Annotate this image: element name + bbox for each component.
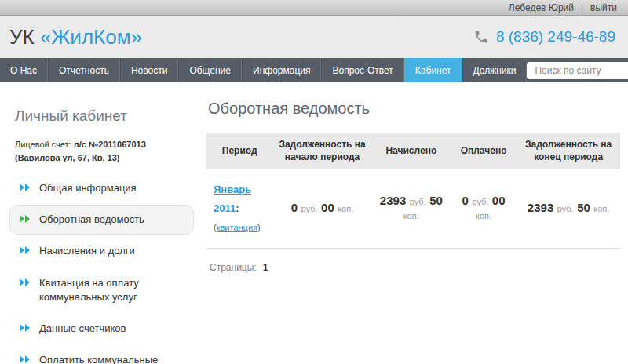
period-suffix: : <box>236 202 239 214</box>
amount-rub: 0 <box>291 201 298 214</box>
sidebar-item-label: Квитанция на оплату коммунальных услуг <box>39 276 184 304</box>
unit-kop: коп. <box>403 211 419 220</box>
double-chevron-icon <box>20 215 31 223</box>
sidebar-item-label: Начисления и долги <box>39 244 135 258</box>
sidebar-menu: Общая информация Оборотная ведомость Нач… <box>9 173 194 364</box>
amount-cell-paid: 0 руб. 00 коп. <box>451 169 517 249</box>
phone-number[interactable]: 8 (836) 249-46-89 <box>496 28 615 46</box>
nav-item-about[interactable]: О Нас <box>0 58 48 82</box>
sidebar-item-charges-debts[interactable]: Начисления и долги <box>9 236 194 266</box>
topbar-separator: | <box>581 2 583 13</box>
table-row: Январь 2011: (квитанция) 0 руб. 00 коп. … <box>206 169 620 249</box>
double-chevron-icon <box>20 184 31 191</box>
pages-label: Страницы: <box>210 262 257 273</box>
pagination: Страницы:1 <box>210 262 620 273</box>
amount-cell-debt-start: 0 руб. 00 коп. <box>272 169 371 249</box>
sidebar: Личный кабинет Лицевой счет: л/с №201106… <box>0 82 200 364</box>
sidebar-item-turnover-sheet[interactable]: Оборотная ведомость <box>9 205 194 235</box>
unit-rub: руб. <box>301 204 318 213</box>
double-chevron-icon <box>20 355 31 363</box>
unit-kop: коп. <box>338 204 353 213</box>
nav-item-news[interactable]: Новости <box>120 58 178 82</box>
amount-kop: 50 <box>429 194 443 207</box>
col-header-debt-end: Задолженность на конец периода <box>517 133 620 169</box>
unit-kop: коп. <box>476 211 491 220</box>
site-search <box>527 62 628 79</box>
unit-rub: руб. <box>472 197 488 206</box>
period-link[interactable]: Январь 2011 <box>214 184 251 214</box>
logout-link[interactable]: выйти <box>590 2 617 13</box>
sidebar-item-meter-data[interactable]: Данные счетчиков <box>9 314 194 344</box>
page: Лебедев Юрий | выйти УК «ЖилКом» 8 (836)… <box>0 0 628 364</box>
unit-rub: руб. <box>557 204 574 213</box>
user-name-link[interactable]: Лебедев Юрий <box>509 2 574 13</box>
logo-prefix: УК <box>9 25 35 49</box>
phone-icon <box>473 29 489 45</box>
col-header-accrued: Начислено <box>372 133 451 169</box>
amount-kop: 00 <box>321 201 334 214</box>
site-logo[interactable]: УК «ЖилКом» <box>9 25 142 49</box>
sidebar-item-label: Данные счетчиков <box>39 322 126 336</box>
period-cell: Январь 2011: (квитанция) <box>206 169 272 249</box>
page-title: Оборотная ведомость <box>208 100 620 118</box>
receipt-link[interactable]: квитанция <box>217 223 257 232</box>
double-chevron-icon <box>20 246 31 254</box>
nav-item-qa[interactable]: Вопрос-Ответ <box>321 58 403 82</box>
amount-rub: 2393 <box>380 194 406 207</box>
receipt-paren-close: ) <box>257 223 261 232</box>
table-header-row: Период Задолженность на начало периода Н… <box>206 133 620 169</box>
sidebar-title: Личный кабинет <box>15 107 194 125</box>
double-chevron-icon <box>20 324 31 332</box>
amount-rub: 2393 <box>528 201 553 214</box>
sidebar-item-label: Общая информация <box>39 181 137 195</box>
turnover-table: Период Задолженность на начало периода Н… <box>206 133 620 249</box>
col-header-debt-start: Задолженность на начало периода <box>272 133 371 169</box>
account-info: Лицевой счет: л/с №2011067013 (Вавилова … <box>15 138 191 164</box>
nav-item-information[interactable]: Информация <box>242 58 321 82</box>
topbar: Лебедев Юрий | выйти <box>0 0 628 16</box>
sidebar-item-label: Оборотная ведомость <box>39 213 144 227</box>
main-panel: Оборотная ведомость Период Задолженность… <box>200 82 628 364</box>
amount-cell-accrued: 2393 руб. 50 коп. <box>372 169 451 249</box>
amount-cell-debt-end: 2393 руб. 50 коп. <box>517 169 620 249</box>
page-number[interactable]: 1 <box>263 262 268 273</box>
logo-name: «ЖилКом» <box>40 25 142 49</box>
nav-item-community[interactable]: Общение <box>178 58 242 82</box>
search-input[interactable] <box>527 62 628 79</box>
amount-kop: 00 <box>492 194 506 207</box>
col-header-period: Период <box>206 133 272 169</box>
amount-rub: 0 <box>462 194 469 207</box>
phone-block: 8 (836) 249-46-89 <box>473 28 615 46</box>
double-chevron-icon <box>20 278 31 286</box>
amount-kop: 50 <box>577 201 590 214</box>
unit-kop: коп. <box>593 204 609 213</box>
nav-item-reports[interactable]: Отчетность <box>48 58 120 82</box>
content: Личный кабинет Лицевой счет: л/с №201106… <box>0 82 628 364</box>
sidebar-item-pay-online[interactable]: Оплатить коммунальные услуги через сайт <box>9 345 194 364</box>
col-header-paid: Оплачено <box>451 133 517 169</box>
receipt-line: (квитанция) <box>214 223 261 232</box>
sidebar-item-utility-receipt[interactable]: Квитанция на оплату коммунальных услуг <box>9 268 194 312</box>
nav-item-cabinet[interactable]: Кабинет <box>404 58 462 82</box>
sidebar-item-label: Оплатить коммунальные услуги через сайт <box>39 353 184 364</box>
unit-rub: руб. <box>410 197 426 206</box>
sidebar-item-general-info[interactable]: Общая информация <box>9 173 194 203</box>
account-label: Лицевой счет: <box>15 140 71 149</box>
header: УК «ЖилКом» 8 (836) 249-46-89 <box>0 16 628 58</box>
main-nav: О Нас Отчетность Новости Общение Информа… <box>0 58 628 82</box>
nav-item-debtors[interactable]: Должники <box>462 58 528 82</box>
